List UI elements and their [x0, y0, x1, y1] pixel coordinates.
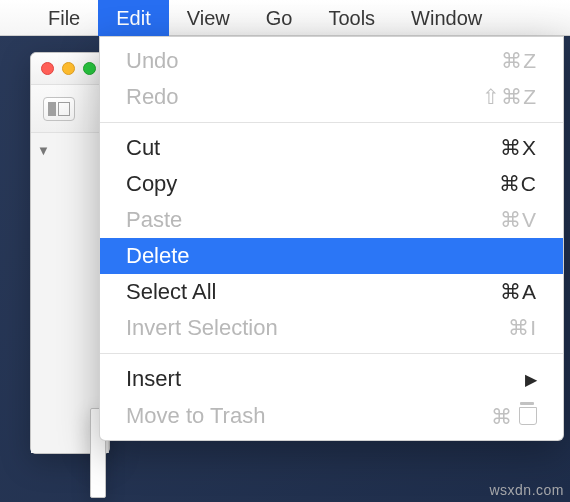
- app-window: ▼: [30, 52, 110, 454]
- sidebar-toggle-icon: [48, 102, 56, 116]
- edit-menu-dropdown: Undo ⌘Z Redo ⇧⌘Z Cut ⌘X Copy ⌘C Paste ⌘V…: [99, 36, 564, 441]
- menu-item-shortcut: ⌘: [491, 402, 537, 429]
- sidebar-toggle-button[interactable]: [43, 97, 75, 121]
- menu-view[interactable]: View: [169, 0, 248, 36]
- sidebar: ▼: [31, 133, 109, 453]
- trash-icon: [517, 402, 537, 424]
- toolbar: [31, 85, 109, 133]
- minimize-button[interactable]: [62, 62, 75, 75]
- close-button[interactable]: [41, 62, 54, 75]
- menu-item-label: Select All: [126, 279, 217, 305]
- menu-item-move-to-trash[interactable]: Move to Trash ⌘: [100, 397, 563, 434]
- menu-item-shortcut: ⌘A: [500, 280, 537, 304]
- menu-item-undo[interactable]: Undo ⌘Z: [100, 43, 563, 79]
- menubar: File Edit View Go Tools Window: [0, 0, 570, 36]
- menu-item-cut[interactable]: Cut ⌘X: [100, 130, 563, 166]
- menu-item-shortcut: ⌘I: [508, 316, 537, 340]
- sidebar-toggle-icon: [58, 102, 70, 116]
- menu-item-insert[interactable]: Insert ▶: [100, 361, 563, 397]
- menu-separator: [100, 122, 563, 123]
- menu-item-shortcut: ⌘C: [499, 172, 537, 196]
- menu-item-shortcut: ⌘V: [500, 208, 537, 232]
- watermark: wsxdn.com: [489, 482, 564, 498]
- titlebar: [31, 53, 109, 85]
- menu-item-copy[interactable]: Copy ⌘C: [100, 166, 563, 202]
- menu-item-label: Paste: [126, 207, 182, 233]
- menu-item-shortcut: ⌘X: [500, 136, 537, 160]
- menu-item-label: Redo: [126, 84, 179, 110]
- menu-window[interactable]: Window: [393, 0, 500, 36]
- menu-item-shortcut: ⌘Z: [501, 49, 537, 73]
- menu-item-redo[interactable]: Redo ⇧⌘Z: [100, 79, 563, 115]
- window-body: ▼: [31, 133, 109, 453]
- menu-item-invert-selection[interactable]: Invert Selection ⌘I: [100, 310, 563, 346]
- menu-item-paste[interactable]: Paste ⌘V: [100, 202, 563, 238]
- menu-edit[interactable]: Edit: [98, 0, 168, 36]
- menu-item-label: Insert: [126, 366, 181, 392]
- sidebar-item[interactable]: ▼: [37, 143, 102, 158]
- menu-item-delete[interactable]: Delete: [100, 238, 563, 274]
- menu-item-label: Move to Trash: [126, 403, 265, 429]
- menu-item-select-all[interactable]: Select All ⌘A: [100, 274, 563, 310]
- menu-file[interactable]: File: [30, 0, 98, 36]
- menu-item-shortcut: ⇧⌘Z: [482, 85, 537, 109]
- menu-item-label: Cut: [126, 135, 160, 161]
- menu-item-label: Copy: [126, 171, 177, 197]
- menu-item-label: Invert Selection: [126, 315, 278, 341]
- menu-item-label: Delete: [126, 243, 190, 269]
- maximize-button[interactable]: [83, 62, 96, 75]
- disclosure-icon: ▼: [37, 143, 50, 158]
- submenu-arrow-icon: ▶: [525, 370, 537, 389]
- menu-tools[interactable]: Tools: [310, 0, 393, 36]
- menu-separator: [100, 353, 563, 354]
- menu-item-label: Undo: [126, 48, 179, 74]
- menu-go[interactable]: Go: [248, 0, 311, 36]
